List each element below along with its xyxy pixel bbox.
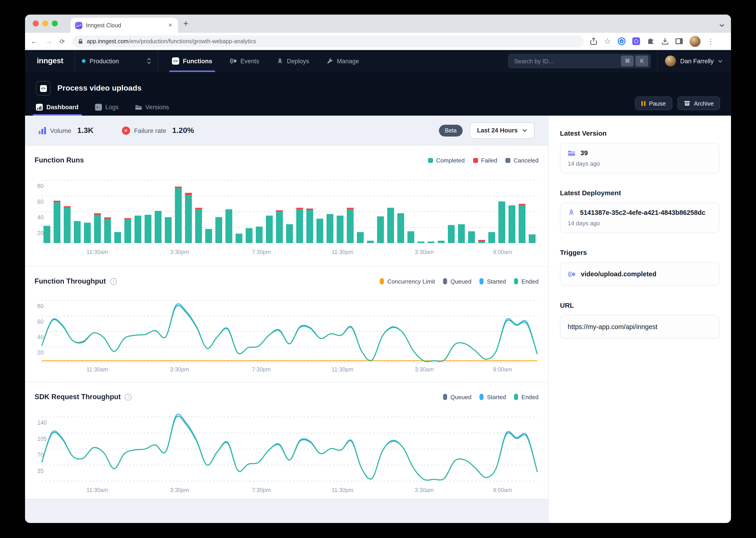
- nav-item-label: Deploys: [287, 58, 309, 64]
- chart-title-function-throughput: Function Throughput: [34, 277, 106, 285]
- archive-button[interactable]: Archive: [677, 96, 720, 110]
- nav-item-events[interactable]: Events: [229, 50, 259, 72]
- function-runs-legend: CompletedFailedCanceled: [428, 157, 539, 164]
- url-card[interactable]: https://my-app.com/api/inngest: [560, 315, 720, 339]
- legend-item: Completed: [428, 157, 465, 164]
- bookmark-star-icon[interactable]: ☆: [604, 36, 611, 46]
- versions-folder-icon: [135, 104, 142, 110]
- failure-rate-stat: ✕ Failure rate 1.20%: [122, 126, 194, 135]
- user-chevron-down-icon: [718, 59, 723, 63]
- inngest-favicon-icon: [75, 22, 82, 29]
- latest-version-heading: Latest Version: [560, 129, 720, 137]
- back-icon[interactable]: ←: [30, 37, 38, 45]
- downloads-icon[interactable]: [661, 37, 669, 45]
- nav-item-manage[interactable]: Manage: [326, 50, 359, 72]
- browser-profile-avatar[interactable]: [689, 36, 700, 47]
- legend-swatch: [443, 394, 447, 400]
- svg-text:3:30am: 3:30am: [415, 366, 434, 373]
- password-manager-extension-icon[interactable]: [618, 37, 626, 45]
- next-section-strip: [25, 499, 548, 523]
- svg-text:105: 105: [37, 436, 47, 442]
- wrench-icon: [326, 58, 333, 64]
- function-url: https://my-app.com/api/inngest: [568, 323, 657, 330]
- reload-icon[interactable]: ⟳: [60, 37, 65, 45]
- legend-item: Started: [480, 278, 506, 285]
- function-throughput-section: Function Throughput i Concurrency LimitQ…: [25, 267, 548, 382]
- tab-close-icon[interactable]: ✕: [167, 22, 173, 29]
- environment-name: Production: [90, 58, 119, 64]
- failure-x-icon: ✕: [122, 126, 130, 134]
- legend-swatch: [480, 394, 484, 400]
- folder-icon: [568, 149, 575, 156]
- tab-dashboard[interactable]: Dashboard: [36, 104, 78, 116]
- svg-text:20: 20: [37, 230, 44, 236]
- lock-icon: [77, 38, 83, 44]
- function-throughput-chart[interactable]: 2040608011:30am3:30pm7:30pm11:30pm3:30am…: [34, 289, 539, 375]
- latest-version-card[interactable]: 39 14 days ago: [560, 143, 720, 173]
- environment-selector[interactable]: Production: [75, 50, 158, 72]
- rocket-icon: [277, 58, 283, 64]
- tab-logs[interactable]: >_ Logs: [95, 104, 119, 116]
- nav-item-functions[interactable]: <> Functions: [172, 50, 212, 72]
- legend-swatch: [443, 278, 447, 285]
- volume-label: Volume: [50, 127, 71, 134]
- info-icon[interactable]: i: [110, 278, 117, 285]
- legend-swatch: [514, 278, 518, 285]
- minimize-window-button[interactable]: [42, 21, 48, 27]
- time-range-dropdown[interactable]: Last 24 Hours: [470, 122, 535, 138]
- legend-item: Started: [480, 394, 506, 400]
- svg-text:7:30pm: 7:30pm: [252, 366, 271, 373]
- pause-button[interactable]: Pause: [635, 96, 672, 110]
- browser-window: Inngest Cloud ✕ + ← → ⟳ app.inngest.com/…: [25, 15, 731, 523]
- user-name: Dan Farrelly: [680, 58, 714, 64]
- extensions-puzzle-icon[interactable]: [647, 37, 655, 45]
- legend-swatch: [380, 278, 384, 285]
- legend-swatch: [473, 158, 478, 163]
- svg-text:3:30pm: 3:30pm: [170, 249, 189, 255]
- info-icon[interactable]: i: [125, 394, 132, 400]
- legend-item: Canceled: [505, 157, 539, 164]
- svg-text:11:30am: 11:30am: [86, 366, 108, 373]
- legend-item: Ended: [514, 394, 539, 400]
- search-input[interactable]: Search by ID... ⌘ K: [508, 54, 651, 68]
- svg-text:3:30am: 3:30am: [415, 487, 434, 493]
- svg-text:3:30pm: 3:30pm: [170, 366, 189, 373]
- latest-deployment-time: 14 days ago: [568, 220, 712, 227]
- inngest-logo[interactable]: inngest: [37, 56, 64, 66]
- trigger-card[interactable]: video/upload.completed: [560, 262, 720, 286]
- latest-deployment-card[interactable]: 5141387e-35c2-4efe-a421-4843b86258dc 14 …: [560, 202, 720, 233]
- svg-text:70: 70: [37, 452, 44, 458]
- tab-versions[interactable]: Versions: [135, 104, 169, 116]
- latest-deployment-heading: Latest Deployment: [560, 189, 720, 197]
- tab-search-chevron-icon[interactable]: [719, 21, 725, 29]
- volume-value: 1.3K: [77, 126, 93, 135]
- deployment-rocket-icon: [568, 209, 575, 216]
- function-code-icon: <>: [36, 81, 51, 96]
- event-trigger-icon: [568, 271, 576, 277]
- selector-chevrons-icon: [147, 58, 152, 64]
- side-panel-icon[interactable]: [676, 38, 683, 44]
- nav-item-deploys[interactable]: Deploys: [277, 50, 309, 72]
- purple-extension-icon[interactable]: [632, 37, 640, 45]
- forward-icon[interactable]: →: [45, 37, 52, 45]
- browser-tab[interactable]: Inngest Cloud ✕: [71, 18, 178, 33]
- svg-text:35: 35: [37, 468, 44, 474]
- browser-menu-icon[interactable]: ⋮: [707, 37, 714, 45]
- dropdown-chevron-icon: [522, 129, 527, 132]
- close-window-button[interactable]: [33, 21, 39, 27]
- url-path: /env/production/functions/growth-webapp-…: [128, 38, 256, 44]
- url-bar[interactable]: app.inngest.com/env/production/functions…: [72, 35, 583, 47]
- sdk-throughput-chart[interactable]: 357010514011:30am3:30pm7:30pm11:30pm3:30…: [34, 404, 539, 493]
- share-icon[interactable]: [590, 37, 597, 45]
- svg-text:80: 80: [37, 183, 44, 189]
- user-menu[interactable]: Dan Farrelly: [658, 50, 731, 72]
- cmd-key-badge: ⌘: [621, 56, 634, 67]
- maximize-window-button[interactable]: [52, 21, 58, 27]
- legend-item: Concurrency Limit: [380, 278, 435, 285]
- nav-item-label: Functions: [183, 58, 212, 64]
- new-tab-button[interactable]: +: [183, 19, 188, 29]
- function-runs-chart[interactable]: 2040608011:30am3:30pm7:30pm11:30pm3:30am…: [34, 168, 539, 257]
- legend-swatch: [505, 158, 510, 163]
- chart-title-function-runs: Function Runs: [34, 156, 84, 164]
- svg-text:11:30am: 11:30am: [86, 249, 108, 255]
